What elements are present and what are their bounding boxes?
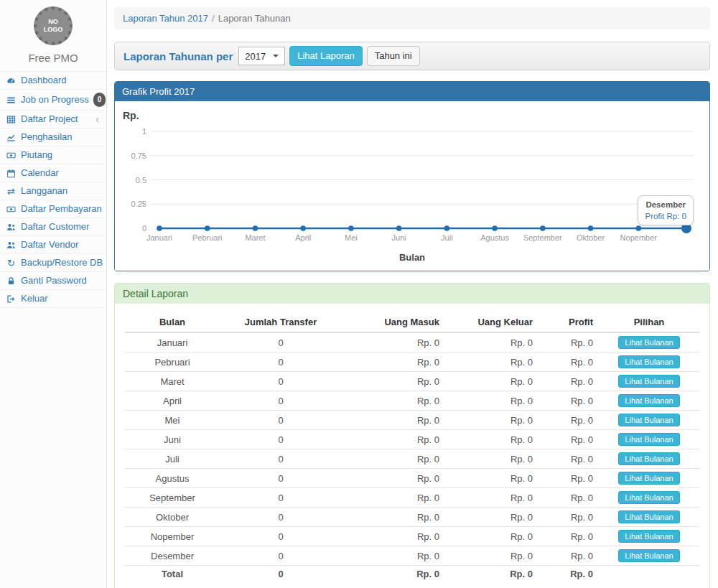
sidebar-item-backup-restore-db[interactable]: ↻Backup/Restore DB	[0, 254, 106, 272]
lihat-bulanan-button[interactable]: Lihat Bulanan	[618, 452, 679, 465]
table-cell: Lihat Bulanan	[599, 372, 699, 391]
chevron-down-icon	[273, 55, 279, 57]
breadcrumb-link[interactable]: Laporan Tahun 2017	[123, 13, 208, 24]
svg-text:Oktober: Oktober	[577, 233, 605, 242]
tahun-ini-button[interactable]: Tahun ini	[367, 46, 420, 66]
lihat-bulanan-button[interactable]: Lihat Bulanan	[618, 355, 679, 368]
table-cell: Rp. 0	[538, 391, 599, 411]
table-cell: Rp. 0	[445, 449, 538, 469]
year-select[interactable]: 2017	[238, 47, 285, 65]
sidebar-item-job-on-progress[interactable]: Job on Progress0	[0, 90, 106, 111]
profit-line-chart[interactable]: 10.750.50.250JanuariPebruariMaretAprilMe…	[119, 121, 704, 252]
chart-panel-title: Grafik Profit 2017	[115, 82, 709, 101]
table-cell: Rp. 0	[342, 372, 445, 391]
svg-text:1: 1	[142, 127, 146, 136]
table-row: September0Rp. 0Rp. 0Rp. 0Lihat Bulanan	[125, 488, 699, 508]
table-total-row: Total0Rp. 0Rp. 0Rp. 0	[125, 566, 699, 583]
table-cell: Mei	[125, 411, 220, 430]
lihat-bulanan-button[interactable]: Lihat Bulanan	[618, 414, 679, 426]
svg-text:Maret: Maret	[245, 233, 265, 242]
tooltip-title: Desember	[645, 200, 686, 209]
column-header-jumlah-transfer: Jumlah Transfer	[220, 312, 342, 332]
svg-text:0.25: 0.25	[131, 200, 146, 208]
sidebar-item-penghasilan[interactable]: Penghasilan	[0, 129, 106, 146]
table-cell: 0	[220, 411, 342, 430]
sidebar-item-daftar-vendor[interactable]: Daftar Vendor	[0, 236, 106, 254]
table-cell: 0	[220, 566, 342, 583]
page: NO LOGO Free PMO DashboardJob on Progres…	[0, 0, 718, 588]
sidebar-item-label: Daftar Vendor	[21, 239, 101, 251]
svg-text:0: 0	[142, 224, 146, 233]
table-cell: Rp. 0	[538, 430, 599, 449]
tooltip-value: Profit Rp: 0	[645, 212, 686, 220]
table-cell: Rp. 0	[538, 449, 599, 469]
table-cell: Rp. 0	[445, 391, 538, 411]
table-cell: Rp. 0	[445, 527, 538, 546]
sidebar-item-calendar[interactable]: Calendar	[0, 164, 106, 182]
table-row: Agustus0Rp. 0Rp. 0Rp. 0Lihat Bulanan	[125, 469, 699, 488]
table-cell: Lihat Bulanan	[599, 527, 699, 546]
sidebar-item-label: Daftar Customer	[21, 221, 101, 233]
filter-label: Laporan Tahunan per	[123, 50, 233, 62]
table-cell: 0	[220, 430, 342, 449]
line-chart-icon	[6, 133, 17, 142]
svg-text:0.5: 0.5	[136, 176, 146, 185]
dashboard-icon	[6, 76, 17, 85]
table-cell: Rp. 0	[445, 469, 538, 488]
table-cell: Lihat Bulanan	[599, 332, 699, 353]
y-axis-label: Rp.	[123, 110, 705, 121]
svg-text:Mei: Mei	[345, 233, 358, 242]
table-cell: Rp. 0	[342, 430, 445, 449]
lihat-bulanan-button[interactable]: Lihat Bulanan	[618, 433, 679, 446]
sidebar-item-ganti-password[interactable]: Ganti Password	[0, 272, 106, 290]
table-cell: Rp. 0	[342, 566, 445, 583]
lihat-laporan-button[interactable]: Lihat Laporan	[289, 46, 363, 66]
sidebar-item-label: Daftar Pembayaran	[21, 203, 102, 215]
table-cell: Rp. 0	[445, 411, 538, 430]
svg-text:April: April	[295, 233, 311, 242]
svg-text:Juli: Juli	[441, 233, 453, 242]
lihat-bulanan-button[interactable]: Lihat Bulanan	[618, 491, 679, 504]
lihat-bulanan-button[interactable]: Lihat Bulanan	[618, 336, 679, 349]
sidebar-item-daftar-pembayaran[interactable]: Daftar Pembayaran	[0, 200, 106, 218]
svg-text:Nopember: Nopember	[620, 233, 658, 242]
calendar-icon	[6, 169, 17, 178]
table-cell: 0	[220, 469, 342, 488]
lihat-bulanan-button[interactable]: Lihat Bulanan	[618, 530, 679, 543]
table-cell: Lihat Bulanan	[599, 488, 699, 508]
main-content: Laporan Tahun 2017/Laporan Tahunan Lapor…	[107, 0, 718, 588]
table-cell: Rp. 0	[342, 449, 445, 469]
lihat-bulanan-button[interactable]: Lihat Bulanan	[618, 394, 679, 407]
lihat-bulanan-button[interactable]: Lihat Bulanan	[618, 472, 679, 485]
sidebar-item-label: Penghasilan	[21, 131, 101, 143]
lihat-bulanan-button[interactable]: Lihat Bulanan	[618, 375, 679, 388]
column-header-uang-keluar: Uang Keluar	[445, 312, 538, 332]
table-cell: Agustus	[125, 469, 220, 488]
sidebar-item-dashboard[interactable]: Dashboard	[0, 72, 106, 90]
sidebar-item-keluar[interactable]: Keluar	[0, 290, 106, 308]
profit-chart-panel: Grafik Profit 2017 Rp. 10.750.50.250Janu…	[114, 81, 710, 271]
sidebar-item-daftar-customer[interactable]: Daftar Customer	[0, 218, 106, 236]
table-row: Nopember0Rp. 0Rp. 0Rp. 0Lihat Bulanan	[125, 527, 699, 546]
table-cell: Rp. 0	[445, 372, 538, 391]
sidebar-item-langganan[interactable]: ⇄Langganan	[0, 182, 106, 200]
table-cell: 0	[220, 332, 342, 353]
table-row: April0Rp. 0Rp. 0Rp. 0Lihat Bulanan	[125, 391, 699, 411]
svg-text:Agustus: Agustus	[480, 233, 509, 242]
table-cell: Rp. 0	[538, 508, 599, 527]
table-cell: 0	[220, 546, 342, 566]
sidebar-item-label: Keluar	[21, 293, 101, 304]
table-row: Januari0Rp. 0Rp. 0Rp. 0Lihat Bulanan	[125, 332, 699, 353]
table-icon	[6, 115, 17, 124]
table-cell: Oktober	[125, 508, 220, 527]
lihat-bulanan-button[interactable]: Lihat Bulanan	[618, 549, 679, 562]
sidebar-item-label: Dashboard	[21, 75, 101, 86]
table-cell: Rp. 0	[342, 527, 445, 546]
sidebar-item-piutang[interactable]: Piutang	[0, 146, 106, 164]
lihat-bulanan-button[interactable]: Lihat Bulanan	[618, 510, 679, 523]
table-cell: Juli	[125, 449, 220, 469]
table-cell: Lihat Bulanan	[599, 353, 699, 372]
table-cell: Rp. 0	[342, 411, 445, 430]
sidebar-item-daftar-project[interactable]: Daftar Project‹	[0, 111, 106, 129]
table-cell: Lihat Bulanan	[599, 391, 699, 411]
